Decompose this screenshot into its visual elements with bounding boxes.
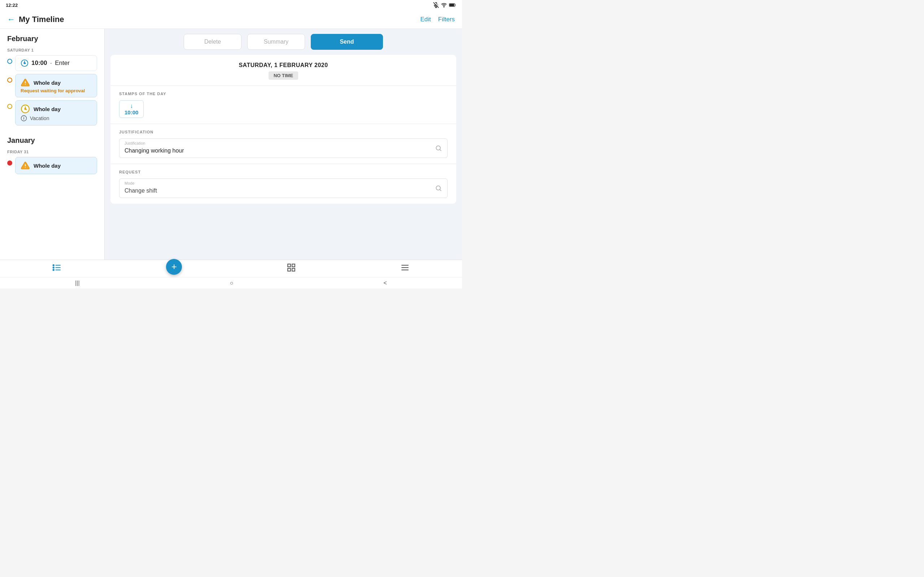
day-label-fri31: FRIDAY 31 (7, 150, 97, 154)
edit-button[interactable]: Edit (420, 16, 431, 23)
wifi-icon (441, 2, 447, 8)
timeline-dot-blue (7, 59, 12, 64)
clock-icon-yellow (21, 104, 30, 114)
stamps-label: STAMPS OF THE DAY (119, 92, 447, 96)
timeline-row-stamp: 10:00 - Enter (7, 55, 97, 71)
status-icons (433, 2, 456, 8)
stamp-time-row: 10:00 - Enter (21, 59, 92, 67)
mode-field-label: Mode (124, 181, 135, 185)
month-section-january: January (0, 131, 104, 148)
status-bar: 12:22 (0, 0, 462, 10)
svg-line-9 (24, 63, 26, 63)
timeline-card-request[interactable]: Whole day Request waiting for approval (15, 74, 97, 97)
timeline-card-vacation[interactable]: Whole day Vacation (15, 100, 97, 126)
bottom-tabs: + (0, 259, 462, 277)
svg-point-3 (444, 7, 444, 7)
svg-rect-31 (288, 264, 291, 267)
main-content: February SATURDAY 1 10:00 (0, 29, 462, 259)
detail-date-title: SATURDAY, 1 FEBRUARY 2020 (119, 62, 447, 69)
justification-value: Changing working hour (124, 148, 435, 154)
timeline-dot-orange (7, 77, 12, 82)
svg-rect-32 (292, 264, 295, 267)
send-button[interactable]: Send (311, 34, 383, 50)
justification-search-icon (435, 145, 442, 152)
timeline-row-jan31: Whole day (7, 157, 97, 174)
detail-date-section: SATURDAY, 1 FEBRUARY 2020 NO TIME (110, 55, 456, 86)
info-icon (21, 115, 27, 121)
stamp-time: 10:00 (31, 60, 47, 67)
fab-add-button[interactable]: + (166, 259, 182, 275)
stamp-dash: - (50, 60, 52, 67)
jan31-row: Whole day (21, 161, 92, 170)
svg-point-28 (53, 264, 54, 266)
vacation-info-row: Vacation (21, 115, 92, 121)
request-status-text: Request waiting for approval (21, 88, 92, 93)
vacation-info-text: Vacation (30, 115, 49, 121)
warning-icon-jan31 (21, 161, 30, 170)
svg-line-22 (440, 150, 441, 151)
jan31-text: Whole day (34, 163, 61, 169)
day-section-sat1: SATURDAY 1 10:00 - En (0, 46, 104, 131)
sys-nav-back[interactable]: < (384, 280, 387, 286)
stamps-section: STAMPS OF THE DAY ↓ 10:00 (110, 86, 456, 124)
sys-nav-home[interactable]: ○ (230, 280, 234, 286)
stamp-arrow: ↓ (130, 103, 133, 109)
month-label-february: February (7, 35, 38, 43)
mode-value: Change shift (124, 187, 435, 194)
mode-field[interactable]: Mode Change shift (119, 179, 447, 198)
justification-section: JUSTIFICATION Justification Changing wor… (110, 124, 456, 164)
summary-button[interactable]: Summary (247, 34, 305, 50)
timeline-card-jan31[interactable]: Whole day (15, 157, 97, 174)
status-time: 12:22 (6, 3, 18, 8)
svg-point-20 (25, 167, 26, 168)
system-nav: ||| ○ < (0, 277, 462, 288)
day-section-fri31: FRIDAY 31 Whole day (0, 148, 104, 179)
svg-rect-34 (288, 268, 291, 271)
left-panel: February SATURDAY 1 10:00 (0, 29, 105, 259)
detail-panel: SATURDAY, 1 FEBRUARY 2020 NO TIME STAMPS… (110, 55, 456, 204)
day-label-sat1: SATURDAY 1 (7, 48, 97, 52)
back-button[interactable]: ← (7, 16, 15, 23)
wholeday-row: Whole day (21, 78, 92, 87)
timeline-dot-yellow (7, 104, 12, 109)
fab-icon: + (171, 261, 177, 272)
wholeday-text-request: Whole day (34, 80, 61, 86)
timeline-card-stamp[interactable]: 10:00 - Enter (15, 55, 97, 71)
month-label-january: January (7, 136, 35, 144)
wholeday-text-vacation: Whole day (34, 106, 61, 112)
no-time-badge: NO TIME (268, 71, 298, 80)
svg-point-11 (25, 84, 26, 85)
top-bar: ← My Timeline Edit Filters (0, 10, 462, 29)
tab-menu-icon[interactable] (400, 263, 410, 274)
tab-grid-icon[interactable] (287, 263, 296, 274)
delete-button[interactable]: Delete (184, 34, 241, 50)
filters-button[interactable]: Filters (438, 16, 455, 23)
stamp-time-detail: 10:00 (124, 109, 138, 115)
month-section-february: February (0, 29, 104, 46)
svg-rect-33 (292, 268, 295, 271)
timeline-row-wholeday-request: Whole day Request waiting for approval (7, 74, 97, 97)
justification-field[interactable]: Justification Changing working hour (119, 139, 447, 158)
svg-point-23 (436, 186, 440, 190)
stamp-chip: ↓ 10:00 (119, 100, 144, 118)
action-buttons-row: Delete Summary Send (105, 29, 462, 55)
request-label: REQUEST (119, 170, 447, 174)
justification-label: JUSTIFICATION (119, 130, 447, 134)
battery-icon (449, 3, 456, 7)
stamp-label: Enter (55, 60, 69, 67)
justification-field-label: Justification (124, 141, 145, 145)
sys-nav-recent[interactable]: ||| (75, 280, 79, 286)
clock-icon-blue (21, 59, 29, 67)
right-panel: Delete Summary Send SATURDAY, 1 FEBRUARY… (105, 29, 462, 259)
page-title: My Timeline (19, 15, 64, 24)
svg-point-29 (53, 267, 54, 268)
tab-timeline-icon[interactable] (52, 263, 62, 274)
svg-line-24 (440, 190, 441, 191)
svg-rect-5 (449, 3, 454, 6)
timeline-dot-red (7, 161, 12, 166)
top-bar-left: ← My Timeline (7, 15, 64, 24)
svg-point-30 (53, 269, 54, 270)
mute-icon (433, 2, 439, 8)
top-bar-right: Edit Filters (420, 16, 455, 23)
vacation-row: Whole day (21, 104, 92, 114)
